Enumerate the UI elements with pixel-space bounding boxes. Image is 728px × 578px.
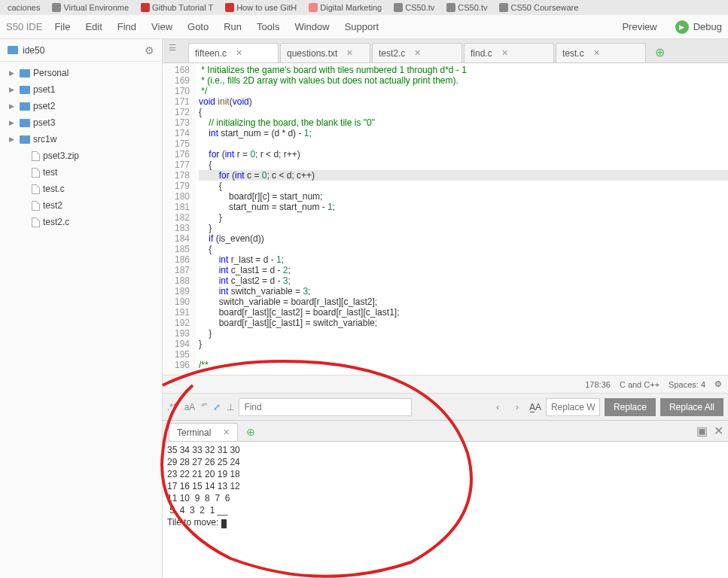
settings-gear-icon[interactable]: ⚙ xyxy=(714,379,722,389)
workspace-root[interactable]: ide50 xyxy=(8,45,145,56)
file-icon xyxy=(32,184,40,194)
language-mode[interactable]: C and C++ xyxy=(620,380,659,389)
browser-tab-strip: caciones Virtual Environme Github Tutori… xyxy=(0,0,728,15)
close-panel-icon[interactable]: ✕ xyxy=(714,424,723,438)
preserve-case-toggle[interactable]: A̲A xyxy=(529,402,541,412)
new-terminal-button[interactable]: ⊕ xyxy=(244,425,257,439)
folder-icon xyxy=(20,69,30,78)
close-icon[interactable]: ✕ xyxy=(223,427,230,437)
editor-tab[interactable]: find.c✕ xyxy=(464,43,554,62)
file-tree-sidebar: ide50 ⚙ ▶Personal▶pset1▶pset2▶pset3▶src1… xyxy=(0,39,163,578)
browser-tab[interactable]: caciones xyxy=(3,3,44,12)
play-icon: ▶ xyxy=(675,20,689,34)
tree-item-src1w[interactable]: ▶src1w xyxy=(0,131,162,148)
file-icon xyxy=(32,218,40,227)
code-editor[interactable]: 1681691701711721731741751761771781791801… xyxy=(163,63,728,375)
maximize-icon[interactable]: ▣ xyxy=(696,424,708,438)
browser-tab[interactable]: CS50 Courseware xyxy=(495,3,583,12)
close-icon[interactable]: ✕ xyxy=(236,48,242,58)
cursor-position: 178:36 xyxy=(585,380,611,389)
browser-tab[interactable]: CS50.tv xyxy=(389,3,439,12)
selection-toggle[interactable]: ⤢ xyxy=(213,402,221,412)
menu-tools[interactable]: Tools xyxy=(257,21,279,32)
menu-view[interactable]: View xyxy=(151,21,172,32)
editor-tab[interactable]: questions.txt✕ xyxy=(280,43,370,62)
editor-tab[interactable]: test.c✕ xyxy=(556,43,646,62)
tab-list-icon[interactable]: ☰ xyxy=(169,43,184,58)
menu-support[interactable]: Support xyxy=(345,21,379,32)
editor-tab-bar: ☰ fifteen.c✕questions.txt✕test2.c✕find.c… xyxy=(163,39,728,63)
menu-goto[interactable]: Goto xyxy=(187,21,209,32)
tree-item-pset1[interactable]: ▶pset1 xyxy=(0,81,162,98)
replace-button[interactable]: Replace xyxy=(605,398,656,416)
preview-button[interactable]: Preview xyxy=(622,21,656,32)
terminal-tab[interactable]: Terminal ✕ xyxy=(169,423,238,441)
tree-item-test[interactable]: test xyxy=(0,164,162,181)
folder-icon xyxy=(8,46,18,54)
find-next-button[interactable]: › xyxy=(510,400,525,415)
browser-tab[interactable]: How to use GitH xyxy=(221,3,301,12)
tree-item-test-c[interactable]: test.c xyxy=(0,181,162,197)
tree-item-pset3[interactable]: ▶pset3 xyxy=(0,114,162,131)
close-icon[interactable]: ✕ xyxy=(346,48,353,58)
status-bar: 178:36 C and C++ Spaces: 4 ⚙ xyxy=(163,375,728,393)
line-gutter: 1681691701711721731741751761771781791801… xyxy=(163,63,196,375)
terminal-cursor xyxy=(221,519,227,528)
menu-find[interactable]: Find xyxy=(117,21,136,32)
tree-item-test2[interactable]: test2 xyxy=(0,197,162,214)
regex-toggle[interactable]: .*? xyxy=(167,402,178,412)
tree-item-test2-c[interactable]: test2.c xyxy=(0,214,162,230)
case-toggle[interactable]: aA xyxy=(184,402,196,412)
menu-edit[interactable]: Edit xyxy=(85,21,102,32)
gear-icon[interactable]: ⚙ xyxy=(145,44,154,56)
app-title: S50 IDE xyxy=(6,21,42,32)
folder-icon xyxy=(20,102,30,111)
menu-bar: S50 IDE File Edit Find View Goto Run Too… xyxy=(0,15,728,39)
file-icon xyxy=(32,168,40,178)
close-icon[interactable]: ✕ xyxy=(501,48,508,58)
folder-icon xyxy=(20,86,30,94)
menu-window[interactable]: Window xyxy=(294,21,329,32)
browser-tab[interactable]: Digital Marketing xyxy=(304,3,386,12)
tree-item-pset3-zip[interactable]: pset3.zip xyxy=(0,148,162,164)
terminal-output[interactable]: 35 34 33 32 31 30 29 28 27 26 25 24 23 2… xyxy=(163,442,728,578)
menu-file[interactable]: File xyxy=(54,21,70,32)
debug-button[interactable]: ▶ Debug xyxy=(675,20,722,34)
browser-tab[interactable]: Github Tutorial T xyxy=(136,3,218,12)
file-icon xyxy=(32,151,40,161)
browser-tab[interactable]: CS50.tv xyxy=(442,3,492,12)
wrap-toggle[interactable]: ⊥ xyxy=(227,402,234,412)
browser-tab[interactable]: Virtual Environme xyxy=(47,3,133,12)
close-icon[interactable]: ✕ xyxy=(414,48,421,58)
find-input[interactable] xyxy=(239,398,412,416)
editor-tab[interactable]: test2.c✕ xyxy=(372,43,462,62)
new-tab-button[interactable]: ⊕ xyxy=(652,44,667,59)
menu-run[interactable]: Run xyxy=(224,21,242,32)
replace-input[interactable] xyxy=(546,398,600,416)
terminal-panel: Terminal ✕ ⊕ ▣ ✕ 35 34 33 32 31 30 29 28… xyxy=(163,420,728,578)
find-replace-bar: .*? aA “” ⤢ ⊥ ‹ › A̲A Replace Replace Al… xyxy=(163,393,728,420)
indent-setting[interactable]: Spaces: 4 xyxy=(669,380,705,389)
replace-all-button[interactable]: Replace All xyxy=(660,398,723,416)
close-icon[interactable]: ✕ xyxy=(593,48,600,58)
folder-icon xyxy=(20,135,30,144)
find-prev-button[interactable]: ‹ xyxy=(490,400,505,415)
code-content[interactable]: * Initializes the game's board with tile… xyxy=(196,63,728,375)
whole-word-toggle[interactable]: “” xyxy=(201,402,207,412)
editor-tab[interactable]: fifteen.c✕ xyxy=(188,43,279,62)
folder-icon xyxy=(20,119,30,127)
tree-item-pset2[interactable]: ▶pset2 xyxy=(0,98,162,114)
tree-item-Personal[interactable]: ▶Personal xyxy=(0,65,162,81)
file-icon xyxy=(32,201,40,211)
